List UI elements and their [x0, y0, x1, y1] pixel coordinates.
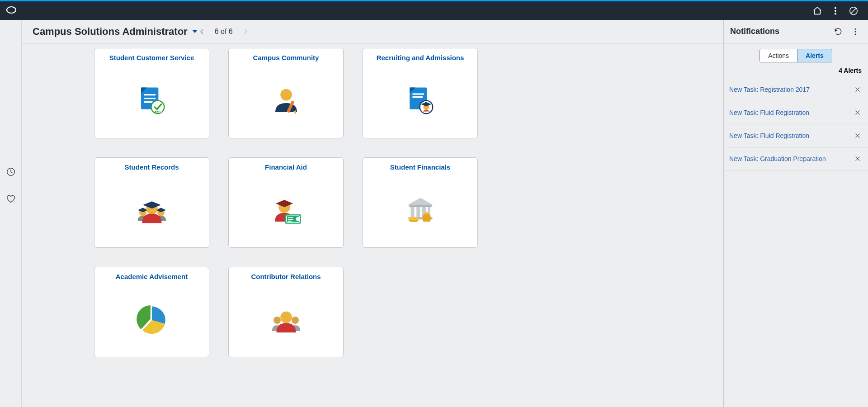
people-icon [233, 289, 339, 351]
doc-check-icon [99, 70, 204, 133]
close-icon [854, 133, 861, 139]
alert-link[interactable]: New Task: Fluid Registration [729, 132, 853, 139]
alert-row: New Task: Graduation Preparation [724, 147, 868, 170]
tile-label: Academic Advisement [116, 273, 188, 280]
notifications-tabs: Actions Alerts [724, 43, 868, 65]
home-button[interactable] [808, 2, 826, 20]
person-pencil-icon [233, 70, 339, 133]
notifications-header: Notifications [724, 20, 868, 43]
left-rail [0, 20, 22, 407]
doc-grad-icon [368, 70, 473, 133]
svg-rect-9 [144, 94, 156, 95]
svg-line-5 [851, 8, 856, 13]
svg-rect-22 [412, 93, 424, 95]
svg-point-49 [408, 217, 418, 220]
svg-rect-11 [144, 101, 152, 103]
tab-alerts[interactable]: Alerts [797, 49, 832, 62]
tab-actions[interactable]: Actions [760, 49, 797, 62]
bank-icon [368, 179, 473, 242]
tile-doc-grad[interactable]: Recruiting and Admissions [363, 48, 478, 138]
chevron-right-icon [242, 28, 249, 35]
header-kebab-button[interactable] [826, 2, 844, 20]
grads-icon [99, 179, 204, 242]
tile-content: Student Customer Service Campus Communit… [22, 43, 723, 407]
svg-marker-41 [408, 198, 433, 205]
close-icon [854, 86, 861, 93]
refresh-icon [834, 27, 843, 36]
svg-rect-38 [288, 217, 293, 218]
pie-icon [99, 289, 204, 351]
svg-point-37 [296, 217, 300, 221]
alert-link[interactable]: New Task: Graduation Preparation [729, 155, 853, 162]
page-title: Campus Solutions Administrator [33, 26, 188, 38]
svg-point-50 [424, 212, 429, 214]
close-icon [854, 109, 861, 116]
tile-grads[interactable]: Student Records [94, 157, 209, 248]
tile-grad-cash[interactable]: Financial Aid [228, 157, 344, 248]
tile-label: Student Financials [390, 163, 450, 171]
svg-point-17 [280, 89, 292, 100]
tile-grid: Student Customer Service Campus Communit… [94, 48, 723, 357]
svg-point-54 [855, 28, 856, 29]
favorites-button[interactable] [4, 192, 18, 206]
subheader: Campus Solutions Administrator 6 of 6 [22, 20, 723, 43]
svg-rect-16 [160, 110, 161, 112]
kebab-icon [851, 27, 860, 36]
tile-doc-check[interactable]: Student Customer Service [94, 48, 209, 138]
notifications-kebab[interactable] [849, 25, 862, 38]
svg-point-2 [835, 10, 836, 11]
svg-rect-42 [409, 205, 432, 207]
alerts-list: New Task: Registration 2017New Task: Flu… [724, 78, 868, 407]
svg-point-52 [292, 317, 299, 324]
pager: 6 of 6 [198, 27, 250, 36]
alert-dismiss[interactable] [853, 108, 863, 118]
svg-rect-40 [288, 221, 292, 222]
svg-rect-39 [288, 219, 293, 220]
svg-rect-23 [412, 96, 422, 97]
pager-prev[interactable] [198, 27, 207, 36]
svg-point-3 [835, 13, 836, 14]
refresh-button[interactable] [832, 25, 844, 38]
global-header [0, 0, 868, 20]
svg-point-53 [280, 311, 292, 323]
tile-bank[interactable]: Student Financials [363, 157, 478, 248]
alert-row: New Task: Fluid Registration [724, 124, 868, 147]
tile-label: Student Customer Service [109, 54, 194, 62]
alert-link[interactable]: New Task: Registration 2017 [729, 86, 853, 93]
alert-dismiss[interactable] [853, 131, 863, 141]
main-area: Campus Solutions Administrator 6 of 6 St… [22, 20, 723, 407]
alert-dismiss[interactable] [853, 154, 863, 164]
grad-cash-icon [233, 179, 339, 242]
svg-rect-13 [155, 110, 156, 112]
tile-label: Contributor Relations [251, 273, 321, 280]
heart-icon [6, 194, 16, 204]
svg-point-55 [855, 31, 856, 32]
svg-point-56 [855, 33, 856, 35]
pager-text: 6 of 6 [215, 28, 233, 36]
home-icon [812, 6, 822, 16]
compass-button[interactable] [844, 2, 863, 20]
svg-rect-14 [156, 110, 157, 112]
alert-link[interactable]: New Task: Fluid Registration [729, 109, 853, 116]
svg-rect-10 [144, 98, 156, 99]
tile-people[interactable]: Contributor Relations [228, 267, 344, 357]
tile-label: Campus Community [253, 54, 319, 62]
svg-marker-34 [275, 200, 292, 207]
compass-icon [849, 6, 859, 16]
tile-label: Financial Aid [265, 163, 307, 171]
tile-pie[interactable]: Academic Advisement [94, 267, 209, 357]
dropdown-caret-icon [192, 30, 198, 33]
alert-dismiss[interactable] [853, 85, 863, 95]
kebab-icon [830, 6, 840, 16]
notifications-title: Notifications [730, 27, 827, 36]
tile-label: Recruiting and Admissions [377, 54, 464, 62]
alert-row: New Task: Fluid Registration [724, 101, 868, 124]
tile-label: Student Records [124, 163, 179, 171]
alerts-count: 4 Alerts [724, 65, 868, 78]
clock-icon [6, 167, 16, 177]
recent-button[interactable] [4, 165, 18, 179]
pager-next[interactable] [241, 27, 250, 36]
homepage-selector[interactable]: Campus Solutions Administrator [33, 26, 198, 38]
tile-person-pencil[interactable]: Campus Community [228, 48, 344, 138]
close-icon [854, 156, 861, 162]
